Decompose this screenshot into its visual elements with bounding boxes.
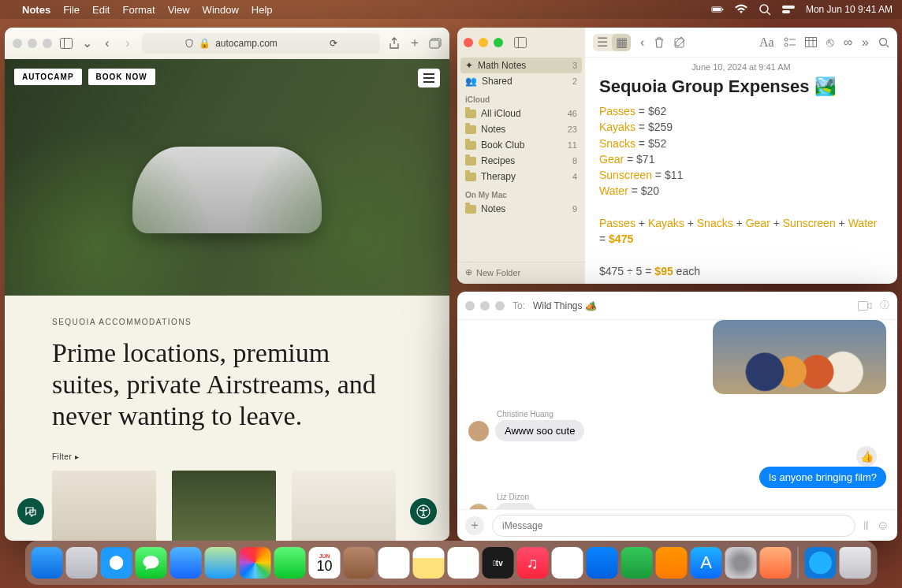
dock-facetime[interactable]	[274, 547, 306, 579]
new-folder-button[interactable]: ⊕New Folder	[457, 262, 585, 284]
folder-therapy[interactable]: Therapy4	[457, 169, 585, 184]
folder-shared[interactable]: 👥Shared2	[457, 73, 585, 89]
filter-button[interactable]: Filter ▸	[52, 452, 402, 461]
thumb-3[interactable]	[292, 471, 396, 541]
dock-trash[interactable]	[840, 547, 871, 579]
folder-icon	[465, 110, 476, 118]
facetime-icon[interactable]	[858, 301, 872, 311]
folder-notes[interactable]: Notes23	[457, 121, 585, 137]
dock-keynote[interactable]	[587, 547, 618, 579]
sidebar-toggle-icon[interactable]	[514, 36, 527, 49]
chat-fab[interactable]	[17, 498, 44, 525]
dock-downloads[interactable]	[805, 547, 837, 579]
table-icon[interactable]	[805, 37, 817, 47]
dock-appstore[interactable]: A	[691, 547, 722, 579]
audio-icon[interactable]: ⦀	[863, 519, 869, 533]
trash-icon[interactable]	[654, 36, 665, 49]
dock-launchpad[interactable]	[66, 547, 98, 579]
checklist-icon[interactable]	[784, 37, 796, 48]
dock-photos[interactable]	[240, 547, 271, 579]
thumb-2[interactable]	[172, 471, 276, 541]
forward-icon[interactable]: ›	[121, 37, 134, 50]
new-tab-icon[interactable]: ＋	[408, 37, 421, 50]
dock-contacts[interactable]	[344, 547, 375, 579]
message-bubble[interactable]: I am!	[495, 503, 537, 509]
dock-iphone-mirroring[interactable]	[760, 547, 792, 579]
tabs-icon[interactable]	[429, 37, 442, 50]
app-menu[interactable]: Notes	[22, 4, 50, 16]
folder-math-notes[interactable]: ✦Math Notes3	[460, 58, 582, 73]
dock-music[interactable]: ♫	[517, 547, 549, 579]
back-icon[interactable]: ‹	[101, 37, 114, 50]
wifi-icon[interactable]	[735, 3, 747, 16]
control-center-icon[interactable]	[782, 3, 795, 16]
folder-recipes[interactable]: Recipes8	[457, 153, 585, 169]
dock-tv[interactable]: tv	[483, 547, 514, 579]
dock-reminders[interactable]	[378, 547, 410, 579]
address-bar[interactable]: 🔒 autocamp.com ⟳	[142, 33, 380, 54]
dock-maps[interactable]	[205, 547, 237, 579]
avatar[interactable]	[468, 504, 489, 509]
clock[interactable]: Mon Jun 10 9:41 AM	[806, 4, 893, 15]
dock-freeform[interactable]	[448, 547, 479, 579]
note-body[interactable]: Passes = $62Kayaks = $259Snacks = $52Gea…	[585, 103, 897, 279]
hamburger-menu[interactable]	[418, 69, 440, 87]
dock-mail[interactable]	[170, 547, 202, 579]
brand-logo[interactable]: AUTOCAMP	[14, 69, 82, 85]
menu-window[interactable]: Window	[203, 4, 239, 16]
spotlight-icon[interactable]	[758, 3, 771, 16]
message-bubble[interactable]: Awww soo cute	[495, 420, 584, 441]
dock-messages[interactable]	[136, 547, 167, 579]
more-icon[interactable]: »	[862, 35, 869, 50]
battery-icon[interactable]	[711, 3, 724, 16]
folder-book-club[interactable]: Book Club11	[457, 137, 585, 153]
link-icon[interactable]: ∞	[844, 35, 852, 50]
view-toggle[interactable]: ☰▦	[593, 34, 631, 51]
search-icon[interactable]	[878, 37, 889, 48]
dock-numbers[interactable]	[621, 547, 653, 579]
gallery-view-icon[interactable]: ▦	[612, 34, 631, 51]
photo-message[interactable]	[713, 320, 886, 394]
dock-news[interactable]	[552, 547, 583, 579]
dock-calendar[interactable]: JUN10	[309, 547, 341, 579]
tapback-thumbs-up[interactable]: 👍	[468, 446, 886, 467]
thumb-1[interactable]	[52, 471, 156, 541]
share-icon[interactable]	[388, 37, 401, 50]
dock-finder[interactable]	[32, 547, 63, 579]
folder-all-icloud[interactable]: All iCloud46	[457, 106, 585, 121]
menu-help[interactable]: Help	[252, 4, 273, 16]
message-thread[interactable]: Christine Huang Awww soo cute 👍 Is anyon…	[457, 320, 897, 509]
book-now-button[interactable]: BOOK NOW	[88, 69, 155, 85]
menu-view[interactable]: View	[168, 4, 190, 16]
window-controls[interactable]	[464, 38, 503, 47]
window-controls[interactable]	[465, 301, 505, 311]
avatar[interactable]	[468, 421, 489, 441]
menu-file[interactable]: File	[63, 4, 80, 16]
media-icon[interactable]: ⎋	[826, 35, 834, 50]
format-icon[interactable]: Aa	[759, 35, 774, 50]
compose-icon[interactable]	[674, 36, 686, 48]
message-bubble-sent[interactable]: Is anyone bringing film?	[759, 467, 886, 488]
accessibility-fab[interactable]	[410, 498, 437, 525]
message-input[interactable]	[492, 515, 855, 537]
window-controls[interactable]	[13, 39, 52, 48]
dock-settings[interactable]	[725, 547, 757, 579]
notes-toolbar: ☰▦ ‹ Aa ⎋ ∞ »	[585, 28, 897, 58]
reload-icon[interactable]: ⟳	[330, 38, 337, 49]
safari-window: ⌄ ‹ › 🔒 autocamp.com ⟳ ＋ AUTOCAMP BOOK N…	[5, 28, 449, 541]
info-icon[interactable]: ⓘ	[880, 299, 889, 312]
back-icon[interactable]: ‹	[640, 35, 644, 50]
list-view-icon[interactable]: ☰	[593, 34, 612, 51]
menu-edit[interactable]: Edit	[92, 4, 110, 16]
folder-local-notes[interactable]: Notes9	[457, 201, 585, 217]
dock-safari[interactable]	[101, 547, 132, 579]
chevron-down-icon[interactable]: ⌄	[80, 37, 93, 50]
menu-format[interactable]: Format	[122, 4, 155, 16]
dock-notes[interactable]	[413, 547, 445, 579]
note-title[interactable]: Sequoia Group Expenses 🏞️	[585, 73, 897, 103]
emoji-icon[interactable]: ☺	[877, 519, 889, 533]
apps-button[interactable]: ＋	[465, 516, 484, 535]
sidebar-icon[interactable]	[60, 37, 73, 50]
dock-pages[interactable]	[656, 547, 688, 579]
conversation-name[interactable]: Wild Things 🏕️	[533, 300, 597, 311]
